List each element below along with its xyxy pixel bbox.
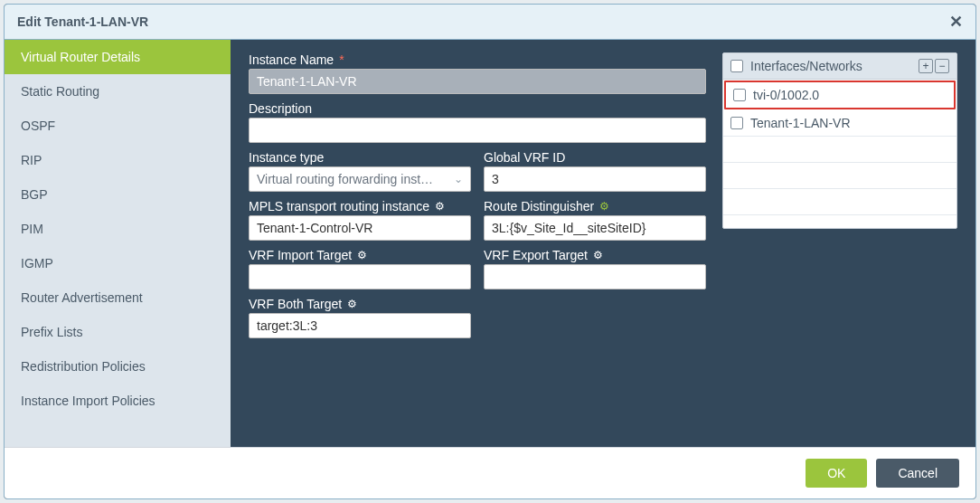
sidebar-item-igmp[interactable]: IGMP xyxy=(5,246,231,280)
gear-icon[interactable]: ⚙ xyxy=(347,298,357,310)
interfaces-header-label: Interfaces/Networks xyxy=(750,59,911,73)
field-vrf-export: VRF Export Target ⚙ xyxy=(484,248,706,289)
modal-body: Virtual Router Details Static Routing OS… xyxy=(5,40,975,447)
mpls-transport-input[interactable] xyxy=(249,215,471,241)
interface-row[interactable]: tvi-0/1002.0 xyxy=(724,81,956,109)
route-distinguisher-label: Route Distinguisher xyxy=(484,199,594,214)
interface-row-empty xyxy=(723,189,956,215)
gear-icon[interactable]: ⚙ xyxy=(593,249,603,261)
sidebar-item-rip[interactable]: RIP xyxy=(5,143,231,177)
interface-row-label: Tenant-1-LAN-VR xyxy=(750,116,851,130)
interface-row-checkbox[interactable] xyxy=(730,117,743,129)
close-icon[interactable]: ✕ xyxy=(949,12,963,32)
vrf-import-input[interactable] xyxy=(249,264,471,289)
field-mpls-transport: MPLS transport routing instance ⚙ xyxy=(249,199,471,241)
form-column: Instance Name* Description Instance type… xyxy=(249,52,706,434)
interface-row-empty xyxy=(723,163,956,189)
route-distinguisher-input[interactable] xyxy=(484,215,706,241)
field-vrf-import: VRF Import Target ⚙ xyxy=(249,248,471,289)
modal-footer: OK Cancel xyxy=(5,447,975,498)
interfaces-panel: Interfaces/Networks + − tvi-0/1002.0 Ten… xyxy=(722,52,957,229)
sidebar-item-instance-import-policies[interactable]: Instance Import Policies xyxy=(5,384,231,418)
vrf-export-label: VRF Export Target xyxy=(484,248,588,262)
sidebar-item-redistribution-policies[interactable]: Redistribution Policies xyxy=(5,349,231,384)
titlebar: Edit Tenant-1-LAN-VR ✕ xyxy=(5,5,975,40)
gear-icon[interactable]: ⚙ xyxy=(599,200,609,213)
field-route-distinguisher: Route Distinguisher ⚙ xyxy=(484,199,706,241)
instance-type-select[interactable]: Virtual routing forwarding inst… ⌄ xyxy=(249,166,471,192)
sidebar: Virtual Router Details Static Routing OS… xyxy=(5,40,231,447)
required-asterisk: * xyxy=(339,52,344,67)
field-global-vrf-id: Global VRF ID xyxy=(484,150,706,192)
instance-type-label: Instance type xyxy=(249,150,324,165)
vrf-both-input[interactable] xyxy=(249,313,471,338)
field-vrf-both: VRF Both Target ⚙ xyxy=(249,297,471,338)
cancel-button[interactable]: Cancel xyxy=(876,459,959,488)
gear-icon[interactable]: ⚙ xyxy=(435,200,445,213)
global-vrf-id-input[interactable] xyxy=(484,166,706,192)
interface-row-empty xyxy=(723,215,956,241)
description-input[interactable] xyxy=(249,118,706,143)
interfaces-select-all-checkbox[interactable] xyxy=(730,60,743,72)
ok-button[interactable]: OK xyxy=(806,459,867,488)
gear-icon[interactable]: ⚙ xyxy=(357,249,367,261)
add-interface-button[interactable]: + xyxy=(919,59,933,73)
chevron-down-icon: ⌄ xyxy=(454,173,463,185)
global-vrf-id-label: Global VRF ID xyxy=(484,150,565,165)
field-instance-type: Instance type Virtual routing forwarding… xyxy=(249,150,471,192)
sidebar-item-router-advertisement[interactable]: Router Advertisement xyxy=(5,280,231,315)
main-panel: Instance Name* Description Instance type… xyxy=(231,40,975,447)
sidebar-item-bgp[interactable]: BGP xyxy=(5,177,231,212)
interface-row[interactable]: Tenant-1-LAN-VR xyxy=(723,110,956,137)
vrf-export-input[interactable] xyxy=(484,264,706,289)
field-instance-name: Instance Name* xyxy=(249,52,706,94)
interface-row-checkbox[interactable] xyxy=(733,89,746,101)
remove-interface-button[interactable]: − xyxy=(935,59,949,73)
description-label: Description xyxy=(249,101,312,116)
edit-vr-modal: Edit Tenant-1-LAN-VR ✕ Virtual Router De… xyxy=(4,4,976,499)
modal-title: Edit Tenant-1-LAN-VR xyxy=(17,14,148,29)
instance-name-label: Instance Name xyxy=(249,52,334,67)
interface-row-empty xyxy=(723,137,956,163)
mpls-transport-label: MPLS transport routing instance xyxy=(249,199,429,214)
vrf-import-label: VRF Import Target xyxy=(249,248,352,262)
field-description: Description xyxy=(249,101,706,143)
instance-name-input[interactable] xyxy=(249,69,706,94)
instance-type-value: Virtual routing forwarding inst… xyxy=(257,172,433,186)
sidebar-item-pim[interactable]: PIM xyxy=(5,212,231,246)
sidebar-item-static-routing[interactable]: Static Routing xyxy=(5,74,231,109)
vrf-both-label: VRF Both Target xyxy=(249,297,342,311)
sidebar-item-prefix-lists[interactable]: Prefix Lists xyxy=(5,315,231,349)
interface-row-label: tvi-0/1002.0 xyxy=(753,88,819,102)
interfaces-panel-header: Interfaces/Networks + − xyxy=(723,53,956,80)
sidebar-item-virtual-router-details[interactable]: Virtual Router Details xyxy=(5,40,231,74)
sidebar-item-ospf[interactable]: OSPF xyxy=(5,109,231,143)
